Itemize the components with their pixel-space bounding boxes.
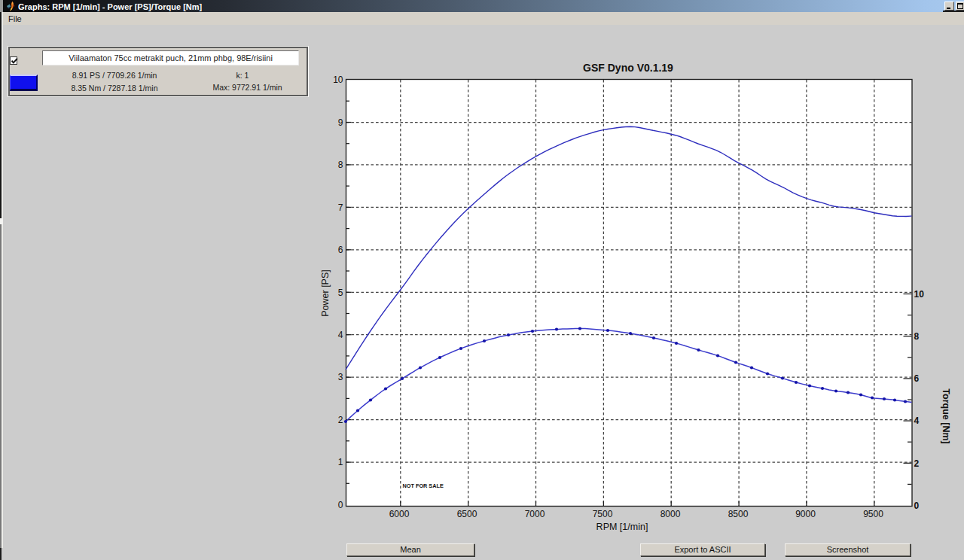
svg-text:8500: 8500 (728, 509, 749, 519)
svg-text:6: 6 (914, 373, 920, 384)
svg-text:3: 3 (338, 372, 343, 382)
svg-text:8: 8 (914, 331, 920, 342)
svg-text:5: 5 (338, 288, 343, 298)
svg-text:0: 0 (914, 501, 920, 511)
svg-text:7: 7 (338, 202, 343, 213)
svg-text:2: 2 (914, 458, 920, 469)
svg-text:0: 0 (338, 500, 343, 510)
svg-text:4: 4 (914, 415, 920, 426)
svg-text:1: 1 (338, 457, 343, 467)
svg-text:6500: 6500 (457, 509, 477, 519)
svg-text:Power [PS]: Power [PS] (320, 269, 331, 317)
svg-text:6: 6 (338, 245, 343, 255)
svg-text:RPM [1/min]: RPM [1/min] (596, 522, 648, 532)
svg-text:7500: 7500 (593, 509, 613, 519)
svg-text:9000: 9000 (795, 509, 816, 519)
svg-text:Torque [Nm]: Torque [Nm] (941, 388, 951, 443)
svg-text:2: 2 (338, 415, 343, 425)
svg-text:9: 9 (338, 117, 343, 128)
svg-text:9500: 9500 (863, 509, 883, 519)
svg-text:10: 10 (914, 289, 925, 300)
svg-text:6000: 6000 (389, 509, 410, 519)
svg-text:4: 4 (338, 330, 343, 340)
svg-text:8000: 8000 (660, 509, 681, 519)
svg-text:10: 10 (333, 75, 343, 85)
svg-text:7000: 7000 (525, 509, 545, 519)
svg-text:GSF Dyno V0.1.19: GSF Dyno V0.1.19 (583, 62, 673, 74)
svg-text:8: 8 (338, 160, 343, 170)
svg-text:NOT FOR SALE: NOT FOR SALE (403, 482, 444, 489)
